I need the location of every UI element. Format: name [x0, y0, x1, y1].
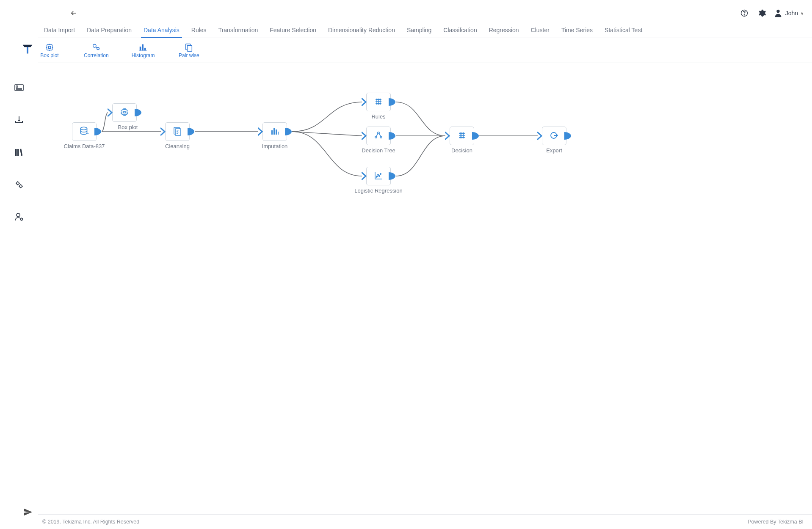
- svg-rect-27: [276, 129, 277, 135]
- tool-row: Box plotCorrelationHistogramPair wise: [38, 38, 812, 63]
- tree-icon: [373, 130, 384, 142]
- tab-data-preparation[interactable]: Data Preparation: [81, 27, 138, 38]
- edge-impute-logreg: [292, 132, 362, 176]
- svg-point-10: [776, 10, 779, 13]
- tab-time-series[interactable]: Time Series: [555, 27, 599, 38]
- svg-rect-17: [144, 48, 146, 50]
- tab-regression[interactable]: Regression: [483, 27, 525, 38]
- bars-icon: [269, 126, 281, 138]
- svg-point-36: [375, 136, 377, 138]
- send-button[interactable]: [20, 504, 36, 520]
- settings-icon[interactable]: [756, 7, 768, 19]
- user-menu[interactable]: John ∨: [773, 8, 804, 18]
- sidebar-item-account[interactable]: [11, 208, 28, 225]
- port-in: [445, 132, 452, 140]
- svg-point-14: [97, 47, 99, 50]
- tool-pair-wise[interactable]: Pair wise: [177, 42, 200, 58]
- port-out: [135, 108, 141, 117]
- node-dtree[interactable]: Decision Tree: [366, 127, 391, 145]
- node-label: Imputation: [262, 143, 288, 149]
- node-cleanse[interactable]: Cleansing: [165, 122, 190, 141]
- sidebar-item-settings[interactable]: [11, 176, 28, 193]
- port-in: [160, 127, 167, 136]
- export-icon: [548, 130, 560, 142]
- user-name: John: [785, 10, 798, 17]
- svg-rect-24: [175, 129, 181, 135]
- svg-point-33: [378, 103, 379, 104]
- node-boxplot[interactable]: Box plot: [112, 103, 137, 122]
- node-logreg[interactable]: Logistic Regression: [366, 167, 391, 185]
- node-decision[interactable]: Decision: [450, 127, 474, 145]
- scatter-icon: [373, 171, 384, 182]
- tab-classifcation[interactable]: Classifcation: [437, 27, 483, 38]
- port-out: [285, 127, 292, 136]
- tab-data-import[interactable]: Data Import: [38, 27, 81, 38]
- edge-claims-boxplot: [102, 113, 108, 132]
- node-label: Box plot: [118, 124, 138, 130]
- port-out: [94, 127, 101, 136]
- port-out: [564, 132, 571, 140]
- checklist-icon: [171, 126, 183, 138]
- svg-point-43: [461, 132, 462, 133]
- node-rules[interactable]: Rules: [366, 93, 391, 111]
- database-icon: [78, 126, 91, 138]
- pairwise-icon: [183, 42, 195, 52]
- port-out: [389, 132, 395, 140]
- tab-rules[interactable]: Rules: [185, 27, 213, 38]
- svg-point-37: [380, 136, 382, 138]
- tab-data-analysis[interactable]: Data Analysis: [138, 27, 185, 38]
- tab-transformation[interactable]: Transformation: [213, 27, 264, 38]
- help-icon[interactable]: [738, 7, 751, 19]
- tool-correlation[interactable]: Correlation: [84, 42, 109, 58]
- port-in: [537, 132, 544, 140]
- boxplot-icon: [44, 42, 55, 52]
- svg-point-5: [19, 185, 22, 187]
- workflow-canvas[interactable]: Claims Data-837Box plotCleansingImputati…: [38, 63, 812, 514]
- svg-rect-25: [271, 130, 273, 135]
- svg-rect-26: [273, 128, 275, 135]
- tool-histogram[interactable]: Histogram: [132, 42, 155, 58]
- svg-rect-28: [278, 132, 279, 135]
- tab-sampling[interactable]: Sampling: [401, 27, 437, 38]
- sidebar: [0, 0, 38, 529]
- sidebar-item-library[interactable]: [11, 144, 28, 161]
- svg-point-29: [376, 99, 377, 99]
- port-out: [389, 98, 395, 106]
- sidebar-item-download[interactable]: [11, 112, 28, 129]
- svg-point-13: [93, 44, 96, 47]
- svg-rect-11: [47, 45, 52, 50]
- chevron-down-icon: ∨: [801, 11, 804, 16]
- node-label: Decision: [451, 147, 472, 154]
- tab-feature-selection[interactable]: Feature Selection: [264, 27, 322, 38]
- svg-point-20: [80, 127, 87, 130]
- port-in: [258, 127, 265, 136]
- port-in: [108, 108, 114, 117]
- footer: © 2019. Tekizma Inc. All Rights Reserved…: [38, 514, 812, 529]
- tool-box-plot[interactable]: Box plot: [38, 42, 61, 58]
- tab-statistical-test[interactable]: Statistical Test: [599, 27, 648, 38]
- tab-dimensionality-reduction[interactable]: Dimensionality Reduction: [322, 27, 401, 38]
- svg-rect-2: [15, 149, 17, 156]
- back-button[interactable]: [66, 6, 81, 20]
- svg-point-40: [379, 175, 380, 176]
- edge-logreg-decision: [396, 136, 445, 176]
- tab-cluster[interactable]: Cluster: [525, 27, 555, 38]
- node-label: Logistic Regression: [354, 187, 402, 194]
- sidebar-item-workspace[interactable]: [11, 80, 28, 96]
- node-impute[interactable]: Imputation: [262, 122, 287, 141]
- svg-point-42: [460, 132, 461, 133]
- node-label: Cleansing: [165, 143, 190, 149]
- svg-point-4: [17, 182, 19, 185]
- svg-rect-19: [188, 45, 192, 51]
- grid-icon: [456, 130, 468, 142]
- edge-impute-dtree: [292, 132, 362, 136]
- svg-rect-22: [124, 111, 125, 113]
- node-claims[interactable]: Claims Data-837: [72, 122, 97, 141]
- port-out: [472, 132, 479, 140]
- svg-rect-15: [140, 47, 141, 50]
- node-export[interactable]: Export: [542, 127, 566, 145]
- svg-point-30: [378, 99, 379, 99]
- tab-bar: Data ImportData PreparationData Analysis…: [38, 23, 812, 38]
- svg-point-6: [17, 213, 20, 217]
- histogram-icon: [137, 42, 149, 52]
